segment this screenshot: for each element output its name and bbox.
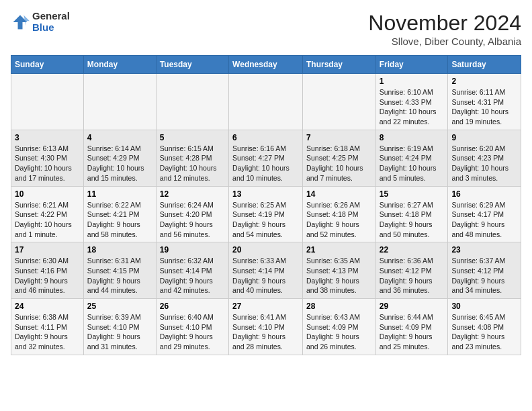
calendar-cell: 2Sunrise: 6:11 AMSunset: 4:31 PMDaylight… bbox=[448, 74, 521, 130]
day-info: Sunrise: 6:45 AMSunset: 4:08 PMDaylight:… bbox=[451, 312, 517, 352]
calendar-week-row: 3Sunrise: 6:13 AMSunset: 4:30 PMDaylight… bbox=[11, 130, 521, 186]
month-title: November 2024 bbox=[368, 11, 521, 36]
header: General Blue November 2024 Sllove, Diber… bbox=[11, 11, 521, 47]
day-number: 11 bbox=[87, 189, 152, 199]
calendar-cell: 6Sunrise: 6:16 AMSunset: 4:27 PMDaylight… bbox=[229, 130, 303, 186]
calendar-cell: 15Sunrise: 6:27 AMSunset: 4:18 PMDayligh… bbox=[375, 186, 448, 242]
day-number: 2 bbox=[451, 77, 517, 86]
day-number: 24 bbox=[15, 302, 80, 311]
day-number: 22 bbox=[380, 245, 445, 255]
calendar-cell: 17Sunrise: 6:30 AMSunset: 4:16 PMDayligh… bbox=[11, 242, 84, 299]
weekday-header-monday: Monday bbox=[83, 56, 156, 74]
day-number: 7 bbox=[306, 133, 372, 142]
calendar-week-row: 10Sunrise: 6:21 AMSunset: 4:22 PMDayligh… bbox=[11, 186, 521, 242]
day-number: 28 bbox=[306, 302, 372, 311]
calendar-cell bbox=[83, 74, 156, 130]
day-number: 4 bbox=[87, 133, 152, 142]
calendar-table: SundayMondayTuesdayWednesdayThursdayFrid… bbox=[11, 55, 521, 355]
calendar-cell: 26Sunrise: 6:40 AMSunset: 4:10 PMDayligh… bbox=[156, 299, 228, 355]
day-number: 16 bbox=[451, 189, 517, 199]
day-number: 6 bbox=[232, 133, 299, 142]
day-info: Sunrise: 6:40 AMSunset: 4:10 PMDaylight:… bbox=[160, 312, 225, 352]
day-info: Sunrise: 6:10 AMSunset: 4:33 PMDaylight:… bbox=[380, 87, 445, 127]
calendar-cell: 7Sunrise: 6:18 AMSunset: 4:25 PMDaylight… bbox=[302, 130, 375, 186]
calendar-cell: 20Sunrise: 6:33 AMSunset: 4:14 PMDayligh… bbox=[229, 242, 303, 299]
calendar-cell: 22Sunrise: 6:36 AMSunset: 4:12 PMDayligh… bbox=[375, 242, 448, 299]
day-number: 12 bbox=[160, 189, 225, 199]
day-info: Sunrise: 6:41 AMSunset: 4:10 PMDaylight:… bbox=[232, 312, 299, 352]
weekday-header-saturday: Saturday bbox=[448, 56, 521, 74]
day-info: Sunrise: 6:38 AMSunset: 4:11 PMDaylight:… bbox=[15, 312, 80, 352]
calendar-cell: 29Sunrise: 6:44 AMSunset: 4:09 PMDayligh… bbox=[375, 299, 448, 355]
weekday-header-tuesday: Tuesday bbox=[156, 56, 228, 74]
calendar-cell: 9Sunrise: 6:20 AMSunset: 4:23 PMDaylight… bbox=[448, 130, 521, 186]
calendar-cell: 25Sunrise: 6:39 AMSunset: 4:10 PMDayligh… bbox=[83, 299, 156, 355]
calendar-cell: 5Sunrise: 6:15 AMSunset: 4:28 PMDaylight… bbox=[156, 130, 228, 186]
calendar-week-row: 1Sunrise: 6:10 AMSunset: 4:33 PMDaylight… bbox=[11, 74, 521, 130]
day-info: Sunrise: 6:26 AMSunset: 4:18 PMDaylight:… bbox=[306, 200, 372, 240]
weekday-header-thursday: Thursday bbox=[302, 56, 375, 74]
day-info: Sunrise: 6:39 AMSunset: 4:10 PMDaylight:… bbox=[87, 312, 152, 352]
calendar-cell: 19Sunrise: 6:32 AMSunset: 4:14 PMDayligh… bbox=[156, 242, 228, 299]
calendar-cell: 13Sunrise: 6:25 AMSunset: 4:19 PMDayligh… bbox=[229, 186, 303, 242]
day-number: 3 bbox=[15, 133, 80, 142]
day-number: 13 bbox=[232, 189, 299, 199]
location-title: Sllove, Diber County, Albania bbox=[368, 36, 521, 47]
calendar-cell: 3Sunrise: 6:13 AMSunset: 4:30 PMDaylight… bbox=[11, 130, 84, 186]
calendar-cell: 30Sunrise: 6:45 AMSunset: 4:08 PMDayligh… bbox=[448, 299, 521, 355]
day-info: Sunrise: 6:36 AMSunset: 4:12 PMDaylight:… bbox=[380, 256, 445, 295]
day-info: Sunrise: 6:20 AMSunset: 4:23 PMDaylight:… bbox=[451, 144, 517, 183]
calendar-cell: 12Sunrise: 6:24 AMSunset: 4:20 PMDayligh… bbox=[156, 186, 228, 242]
weekday-header-friday: Friday bbox=[375, 56, 448, 74]
day-info: Sunrise: 6:32 AMSunset: 4:14 PMDaylight:… bbox=[160, 256, 225, 295]
day-info: Sunrise: 6:27 AMSunset: 4:18 PMDaylight:… bbox=[380, 200, 445, 240]
calendar-cell: 24Sunrise: 6:38 AMSunset: 4:11 PMDayligh… bbox=[11, 299, 84, 355]
weekday-header-row: SundayMondayTuesdayWednesdayThursdayFrid… bbox=[11, 56, 521, 74]
logo: General Blue bbox=[11, 11, 70, 33]
day-number: 23 bbox=[451, 245, 517, 255]
day-info: Sunrise: 6:24 AMSunset: 4:20 PMDaylight:… bbox=[160, 200, 225, 240]
day-number: 27 bbox=[232, 302, 299, 311]
day-info: Sunrise: 6:33 AMSunset: 4:14 PMDaylight:… bbox=[232, 256, 299, 295]
day-number: 25 bbox=[87, 302, 152, 311]
calendar-cell bbox=[156, 74, 228, 130]
calendar-cell: 8Sunrise: 6:19 AMSunset: 4:24 PMDaylight… bbox=[375, 130, 448, 186]
day-number: 9 bbox=[451, 133, 517, 142]
day-info: Sunrise: 6:43 AMSunset: 4:09 PMDaylight:… bbox=[306, 312, 372, 352]
day-info: Sunrise: 6:13 AMSunset: 4:30 PMDaylight:… bbox=[15, 144, 80, 183]
logo-general-text: General bbox=[32, 11, 70, 22]
day-info: Sunrise: 6:35 AMSunset: 4:13 PMDaylight:… bbox=[306, 256, 372, 295]
day-number: 20 bbox=[232, 245, 299, 255]
calendar-cell: 18Sunrise: 6:31 AMSunset: 4:15 PMDayligh… bbox=[83, 242, 156, 299]
calendar-cell bbox=[302, 74, 375, 130]
logo-blue-text: Blue bbox=[32, 22, 70, 34]
day-number: 1 bbox=[380, 77, 445, 86]
day-number: 14 bbox=[306, 189, 372, 199]
calendar-cell: 4Sunrise: 6:14 AMSunset: 4:29 PMDaylight… bbox=[83, 130, 156, 186]
logo-text: General Blue bbox=[32, 11, 70, 33]
day-info: Sunrise: 6:22 AMSunset: 4:21 PMDaylight:… bbox=[87, 200, 152, 240]
day-number: 30 bbox=[451, 302, 517, 311]
day-info: Sunrise: 6:21 AMSunset: 4:22 PMDaylight:… bbox=[15, 200, 80, 240]
day-info: Sunrise: 6:16 AMSunset: 4:27 PMDaylight:… bbox=[232, 144, 299, 183]
calendar-cell: 10Sunrise: 6:21 AMSunset: 4:22 PMDayligh… bbox=[11, 186, 84, 242]
calendar-cell: 28Sunrise: 6:43 AMSunset: 4:09 PMDayligh… bbox=[302, 299, 375, 355]
calendar-cell: 11Sunrise: 6:22 AMSunset: 4:21 PMDayligh… bbox=[83, 186, 156, 242]
calendar-cell: 27Sunrise: 6:41 AMSunset: 4:10 PMDayligh… bbox=[229, 299, 303, 355]
day-number: 10 bbox=[15, 189, 80, 199]
day-info: Sunrise: 6:18 AMSunset: 4:25 PMDaylight:… bbox=[306, 144, 372, 183]
day-info: Sunrise: 6:14 AMSunset: 4:29 PMDaylight:… bbox=[87, 144, 152, 183]
calendar-cell bbox=[229, 74, 303, 130]
logo-icon bbox=[11, 13, 30, 32]
day-info: Sunrise: 6:44 AMSunset: 4:09 PMDaylight:… bbox=[380, 312, 445, 352]
calendar-cell: 16Sunrise: 6:29 AMSunset: 4:17 PMDayligh… bbox=[448, 186, 521, 242]
day-number: 18 bbox=[87, 245, 152, 255]
weekday-header-wednesday: Wednesday bbox=[229, 56, 303, 74]
calendar-cell: 14Sunrise: 6:26 AMSunset: 4:18 PMDayligh… bbox=[302, 186, 375, 242]
calendar-cell: 21Sunrise: 6:35 AMSunset: 4:13 PMDayligh… bbox=[302, 242, 375, 299]
calendar-week-row: 17Sunrise: 6:30 AMSunset: 4:16 PMDayligh… bbox=[11, 242, 521, 299]
title-block: November 2024 Sllove, Diber County, Alba… bbox=[368, 11, 521, 47]
day-number: 26 bbox=[160, 302, 225, 311]
day-number: 8 bbox=[380, 133, 445, 142]
day-number: 29 bbox=[380, 302, 445, 311]
